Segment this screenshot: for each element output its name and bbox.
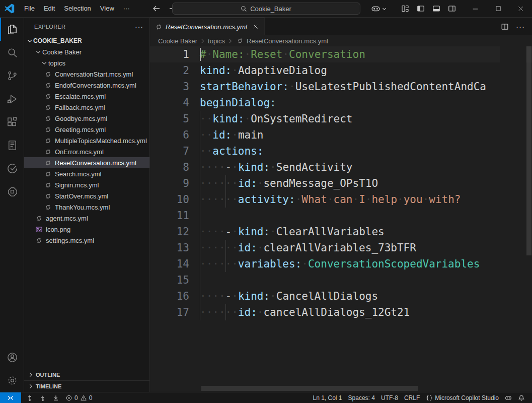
breadcrumb-folder[interactable]: Cookie Baker bbox=[158, 37, 197, 45]
activitybar-account[interactable] bbox=[0, 346, 24, 369]
remote-indicator[interactable] bbox=[0, 392, 21, 403]
vertical-scrollbar-thumb[interactable] bbox=[526, 46, 531, 255]
line-content: ····-·kind:·CancelAllDialogs bbox=[200, 288, 532, 304]
file-agent-mcs-yml[interactable]: agent.mcs.yml bbox=[24, 213, 149, 224]
eol-setting[interactable]: CRLF bbox=[401, 392, 423, 403]
file-fallback-mcs-yml[interactable]: Fallback.mcs.yml bbox=[24, 102, 149, 113]
file-settings-mcs-yml[interactable]: settings.mcs.yml bbox=[24, 235, 149, 246]
menu-more[interactable]: ··· bbox=[119, 3, 134, 15]
file-resetconversation-mcs-yml[interactable]: ResetConversation.mcs.yml bbox=[24, 157, 149, 168]
maximize-button[interactable] bbox=[487, 0, 509, 18]
code-line-8[interactable]: 8····-·kind:·SendActivity bbox=[150, 159, 532, 175]
split-editor-icon[interactable] bbox=[501, 23, 509, 31]
section-timeline[interactable]: TIMELINE bbox=[24, 380, 149, 392]
sidebar-bottom-sections: OUTLINETIMELINE bbox=[24, 369, 149, 392]
code-line-4[interactable]: 4beginDialog: bbox=[150, 95, 532, 111]
close-window-button[interactable] bbox=[509, 0, 532, 18]
menu-selection[interactable]: Selection bbox=[59, 3, 95, 15]
vscode-logo-icon bbox=[5, 4, 15, 14]
chevron-down-icon bbox=[34, 48, 42, 55]
chevron-right-icon bbox=[227, 38, 234, 44]
notifications-bell[interactable] bbox=[515, 392, 528, 403]
code-line-16[interactable]: 16····-·kind:·CancelAllDialogs bbox=[150, 288, 532, 304]
minimize-button[interactable] bbox=[464, 0, 487, 18]
code-line-5[interactable]: 5··kind:·OnSystemRedirect bbox=[150, 111, 532, 127]
activitybar-form[interactable] bbox=[0, 133, 24, 157]
close-tab-icon[interactable] bbox=[252, 23, 259, 30]
line-content: ····-·kind:·SendActivity bbox=[200, 159, 532, 175]
toggle-secondary-sidebar-icon[interactable] bbox=[448, 5, 456, 13]
file-endofconversation-mcs-yml[interactable]: EndofConversation.mcs.yml bbox=[24, 80, 149, 91]
activitybar-extensions[interactable] bbox=[0, 110, 24, 133]
file-conversationstart-mcs-yml[interactable]: ConversationStart.mcs.yml bbox=[24, 69, 149, 80]
editor-more-actions[interactable]: ··· bbox=[516, 22, 525, 31]
line-number: 3 bbox=[150, 79, 200, 95]
code-line-3[interactable]: 3startBehavior:·UseLatestPublishedConten… bbox=[150, 79, 532, 95]
vertical-scrollbar[interactable] bbox=[526, 46, 532, 392]
code-line-17[interactable]: 17······id:·cancelAllDialogs_12Gt21 bbox=[150, 304, 532, 320]
activitybar-settings[interactable] bbox=[0, 369, 24, 392]
horizontal-scrollbar-thumb[interactable] bbox=[201, 386, 418, 391]
warning-count: 0 bbox=[89, 394, 93, 401]
code-line-1[interactable]: 1#·Name:·Reset·Conversation bbox=[150, 46, 532, 62]
workspace-root-folder[interactable]: COOKIE_BAKER bbox=[24, 35, 149, 46]
activitybar-check-circle[interactable] bbox=[0, 157, 24, 180]
file-search-mcs-yml[interactable]: Search.mcs.yml bbox=[24, 168, 149, 179]
menu-view[interactable]: View bbox=[96, 3, 119, 15]
toggle-panel-icon[interactable] bbox=[432, 5, 440, 13]
folder-topics[interactable]: topics bbox=[24, 57, 149, 69]
sidebar-more-actions[interactable]: ··· bbox=[135, 23, 143, 31]
indentation-setting[interactable]: Spaces: 4 bbox=[345, 392, 378, 403]
problems-indicator[interactable]: 0 0 bbox=[62, 392, 95, 403]
menu-edit[interactable]: Edit bbox=[39, 3, 59, 15]
minimap[interactable] bbox=[500, 46, 526, 392]
import-button[interactable] bbox=[49, 392, 62, 403]
code-line-14[interactable]: 14······variables:·ConversationScopedVar… bbox=[150, 256, 532, 272]
pull-button[interactable] bbox=[36, 392, 49, 403]
tab-resetconversation[interactable]: ResetConversation.mcs.yml bbox=[150, 18, 265, 35]
code-line-15[interactable]: 15 bbox=[150, 272, 532, 288]
encoding-setting[interactable]: UTF-8 bbox=[378, 392, 401, 403]
copilot-menu-button[interactable] bbox=[371, 4, 387, 14]
file-startover-mcs-yml[interactable]: StartOver.mcs.yml bbox=[24, 190, 149, 202]
file-label: Escalate.mcs.yml bbox=[55, 93, 106, 100]
file-escalate-mcs-yml[interactable]: Escalate.mcs.yml bbox=[24, 91, 149, 102]
section-outline[interactable]: OUTLINE bbox=[24, 369, 149, 380]
breadcrumb-file[interactable]: ResetConversation.mcs.yml bbox=[247, 37, 328, 45]
file-onerror-mcs-yml[interactable]: OnError.mcs.yml bbox=[24, 146, 149, 157]
menu-file[interactable]: File bbox=[20, 3, 39, 15]
activitybar-explorer[interactable] bbox=[0, 18, 24, 41]
sidebar-title: EXPLORER bbox=[34, 24, 65, 30]
activitybar-search[interactable] bbox=[0, 41, 24, 64]
command-center-search[interactable]: Cookie_Baker bbox=[172, 3, 360, 15]
line-content: startBehavior:·UseLatestPublishedContent… bbox=[200, 79, 532, 95]
code-line-10[interactable]: 10······activity:·What·can·I·help·you·wi… bbox=[150, 191, 532, 208]
activitybar-layers[interactable] bbox=[0, 180, 24, 203]
horizontal-scrollbar[interactable] bbox=[150, 386, 500, 391]
code-line-11[interactable]: 11 bbox=[150, 208, 532, 224]
code-editor[interactable]: 1#·Name:·Reset·Conversation2kind:·Adapti… bbox=[150, 46, 532, 392]
file-multipletopicsmatched-mcs-yml[interactable]: MultipleTopicsMatched.mcs.yml bbox=[24, 135, 149, 146]
cursor-position[interactable]: Ln 1, Col 1 bbox=[310, 392, 345, 403]
back-arrow-icon[interactable] bbox=[153, 5, 161, 13]
toggle-primary-sidebar-icon[interactable] bbox=[417, 5, 425, 13]
language-mode[interactable]: Microsoft Copilot Studio bbox=[423, 392, 502, 403]
code-line-9[interactable]: 9······id:·sendMessage_OPsT1O bbox=[150, 175, 532, 191]
file-icon-png[interactable]: icon.png bbox=[24, 224, 149, 235]
file-goodbye-mcs-yml[interactable]: Goodbye.mcs.yml bbox=[24, 113, 149, 124]
customize-layout-icon[interactable] bbox=[401, 5, 409, 13]
code-line-13[interactable]: 13······id:·clearAllVariables_73bTFR bbox=[150, 240, 532, 256]
folder-cookie-baker[interactable]: Cookie Baker bbox=[24, 46, 149, 57]
copilot-status[interactable] bbox=[502, 392, 515, 403]
code-line-12[interactable]: 12····-·kind:·ClearAllVariables bbox=[150, 224, 532, 240]
file-greeting-mcs-yml[interactable]: Greeting.mcs.yml bbox=[24, 124, 149, 135]
activitybar-run-debug[interactable] bbox=[0, 87, 24, 110]
activitybar-source-control[interactable] bbox=[0, 64, 24, 87]
publish-button[interactable] bbox=[23, 392, 36, 403]
file-thankyou-mcs-yml[interactable]: ThankYou.mcs.yml bbox=[24, 202, 149, 213]
code-line-2[interactable]: 2kind:·AdaptiveDialog bbox=[150, 62, 532, 79]
breadcrumb-subfolder[interactable]: topics bbox=[208, 37, 225, 45]
file-signin-mcs-yml[interactable]: Signin.mcs.yml bbox=[24, 179, 149, 190]
code-line-6[interactable]: 6··id:·main bbox=[150, 127, 532, 143]
code-line-7[interactable]: 7··actions: bbox=[150, 143, 532, 159]
